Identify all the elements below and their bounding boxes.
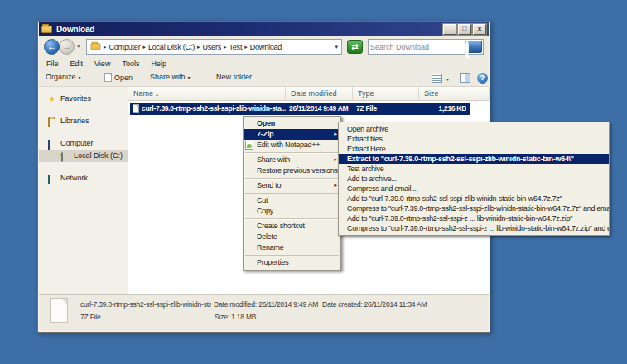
menu-file[interactable]: File: [46, 60, 59, 68]
details-date-created: Date created: 26/11/2014 11:34 AM: [322, 300, 427, 309]
breadcrumb-arrow-icon: ▸: [197, 44, 200, 50]
breadcrumb-item-download[interactable]: Download: [250, 43, 282, 51]
sidebar-item-computer[interactable]: Computer: [39, 137, 128, 150]
preview-pane-button[interactable]: [460, 73, 470, 83]
context-menu-item-7zip[interactable]: 7-Zip►: [244, 129, 340, 140]
sidebar-item-local-disk-c[interactable]: Local Disk (C:): [39, 150, 128, 162]
minimize-button[interactable]: _: [443, 24, 456, 35]
column-header-name[interactable]: Name▴: [128, 87, 286, 100]
organize-button[interactable]: Organize▾: [46, 73, 81, 81]
notepad-plus-plus-icon: [245, 141, 253, 150]
search-input[interactable]: [370, 41, 461, 53]
menu-help[interactable]: Help: [151, 60, 166, 68]
submenu-item-add-to-archive[interactable]: Add to archive...: [339, 174, 609, 184]
submenu-item-extract-files[interactable]: Extract files...: [339, 134, 609, 144]
details-file-type: 7Z File: [80, 313, 101, 321]
change-view-button[interactable]: [432, 74, 442, 83]
context-menu-item-restore-previous-versions[interactable]: Restore previous versions: [244, 165, 340, 176]
sidebar-item-libraries[interactable]: Libraries: [39, 115, 128, 127]
menu-separator: [245, 255, 339, 256]
context-menu-item-create-shortcut[interactable]: Create shortcut: [244, 221, 340, 232]
refresh-button[interactable]: ⇄: [347, 40, 363, 54]
file-size: 1,216 KB: [419, 103, 466, 115]
address-bar[interactable]: ▸ Computer ▸ Local Disk (C:) ▸ Users ▸ T…: [86, 39, 342, 55]
7z-file-large-icon: [50, 298, 68, 323]
context-menu-item-rename[interactable]: Rename: [244, 242, 340, 253]
submenu-item-compress-to-zip-and-email[interactable]: Compress to "curl-7.39.0-rtmp-ssh2-ssl-s…: [339, 223, 609, 233]
address-row: ← → ▾ ▸ Computer ▸ Local Disk (C:) ▸ Use…: [39, 36, 489, 57]
maximize-button[interactable]: □: [458, 24, 471, 35]
submenu-item-extract-here[interactable]: Extract Here: [339, 144, 609, 154]
search-icon: [465, 40, 469, 57]
sort-ascending-icon: ▴: [156, 92, 158, 97]
context-menu-item-delete[interactable]: Delete: [244, 232, 340, 242]
menu-separator: [245, 218, 339, 219]
disk-drive-icon: [61, 152, 63, 162]
search-button[interactable]: [465, 41, 482, 53]
title-bar[interactable]: Download _ □ x: [39, 22, 489, 36]
submenu-item-test-archive[interactable]: Test archive: [339, 164, 609, 174]
command-toolbar: Organize▾ Open Share with▾ New folder ▾ …: [39, 70, 489, 86]
file-name: curl-7.39.0-rtmp-ssh2-ssl-sspi-zlib-wini…: [142, 103, 286, 115]
search-box[interactable]: [368, 39, 484, 55]
breadcrumb-item-test[interactable]: Test: [229, 43, 243, 51]
share-with-button[interactable]: Share with▾: [150, 73, 191, 81]
breadcrumb-item-computer[interactable]: Computer: [109, 43, 141, 51]
menu-separator: [245, 193, 339, 194]
context-menu-item-open[interactable]: Open: [244, 118, 340, 129]
forward-button[interactable]: →: [59, 39, 75, 55]
breadcrumb-item-local-disk[interactable]: Local Disk (C:): [148, 43, 195, 51]
file-icon: [104, 73, 112, 82]
file-type: 7Z File: [356, 103, 419, 115]
column-header-size[interactable]: Size: [419, 87, 465, 100]
history-dropdown-icon[interactable]: ▾: [77, 43, 80, 50]
help-button[interactable]: ?: [477, 73, 488, 84]
submenu-item-add-to-zip[interactable]: Add to "curl-7.39.0-rtmp-ssh2-ssl-sspi-z…: [339, 213, 609, 223]
breadcrumb-item-users[interactable]: Users: [202, 43, 221, 51]
column-header-type[interactable]: Type: [353, 87, 419, 100]
context-menu-item-edit-with-notepad[interactable]: Edit with Notepad++: [244, 140, 340, 151]
details-size: Size: 1.18 MB: [215, 313, 256, 321]
file-row-selected[interactable]: curl-7.39.0-rtmp-ssh2-ssl-sspi-zlib-wini…: [130, 103, 470, 115]
menu-tools[interactable]: Tools: [122, 60, 139, 68]
submenu-item-compress-to-7z-and-email[interactable]: Compress to "curl-7.39.0-rtmp-ssh2-ssl-s…: [339, 204, 609, 213]
details-file-name: curl-7.39.0-rtmp-ssh2-ssl-sspi-zlib-wini…: [80, 300, 211, 309]
column-header-blank[interactable]: [465, 87, 490, 100]
sidebar-item-favorites[interactable]: ★ Favorites: [39, 93, 128, 105]
menu-separator: [245, 178, 339, 179]
star-icon: ★: [48, 94, 58, 103]
column-header-date-modified[interactable]: Date modified: [286, 87, 353, 100]
network-icon: [48, 175, 50, 184]
back-button[interactable]: ←: [44, 39, 60, 55]
submenu-item-compress-and-email[interactable]: Compress and email...: [339, 184, 609, 194]
submenu-item-open-archive[interactable]: Open archive: [339, 124, 609, 134]
window-title: Download: [56, 25, 441, 34]
context-menu-item-send-to[interactable]: Send to►: [244, 180, 340, 191]
context-menu-item-share-with[interactable]: Share with►: [244, 155, 340, 165]
menu-separator: [245, 152, 339, 153]
change-view-dropdown-icon[interactable]: ▾: [446, 76, 449, 82]
close-button[interactable]: x: [473, 24, 486, 35]
submenu-item-add-to-7z[interactable]: Add to "curl-7.39.0-rtmp-ssh2-ssl-sspi-z…: [339, 194, 609, 204]
breadcrumb-arrow-icon: ▸: [244, 44, 248, 50]
menu-bar: File Edit View Tools Help: [39, 57, 489, 70]
sidebar-item-network[interactable]: Network: [39, 172, 128, 184]
open-button[interactable]: Open: [104, 73, 133, 82]
folder-icon: [41, 26, 52, 33]
context-menu-item-cut[interactable]: Cut: [244, 195, 340, 206]
desktop: Download _ □ x ← → ▾ ▸ Computer ▸ Local …: [0, 0, 627, 364]
file-date-modified: 26/11/2014 9:49 AM: [289, 103, 354, 115]
submenu-item-extract-to-folder[interactable]: Extract to "curl-7.39.0-rtmp-ssh2-ssl-ss…: [339, 154, 609, 164]
details-date-modified: Date modified: 26/11/2014 9:49 AM: [214, 300, 318, 309]
address-folder-icon: [91, 43, 101, 50]
menu-edit[interactable]: Edit: [70, 60, 84, 68]
context-menu-item-copy[interactable]: Copy: [244, 206, 340, 217]
breadcrumb-arrow-icon: ▸: [104, 44, 107, 50]
context-menu: Open 7-Zip► Edit with Notepad++ Share wi…: [243, 116, 341, 271]
new-folder-button[interactable]: New folder: [216, 73, 252, 81]
context-menu-item-properties[interactable]: Properties: [244, 257, 340, 268]
address-dropdown-icon[interactable]: ▾: [335, 44, 338, 50]
libraries-icon: [48, 117, 50, 127]
menu-view[interactable]: View: [94, 60, 110, 68]
7z-file-icon: [133, 104, 139, 113]
